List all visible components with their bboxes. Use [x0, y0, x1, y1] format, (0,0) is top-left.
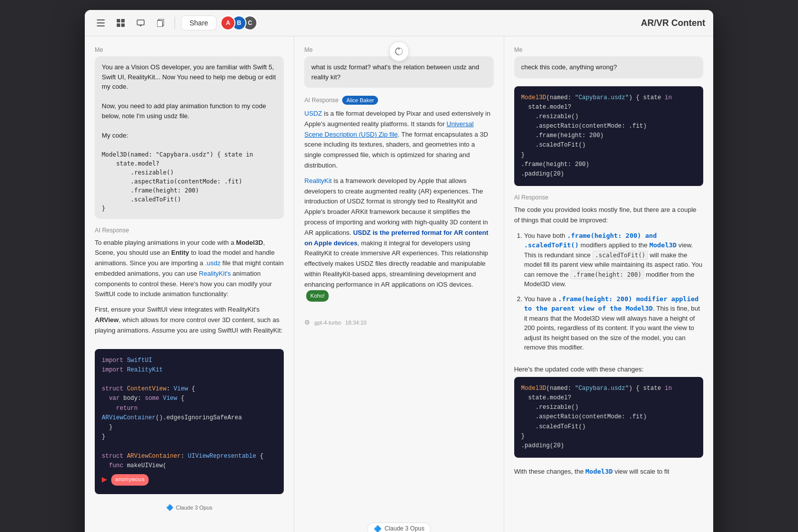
sidebar-toggle-button[interactable] — [93, 15, 109, 31]
svg-rect-3 — [117, 19, 120, 22]
svg-rect-6 — [121, 23, 125, 27]
page-title: AR/VR Content — [641, 18, 705, 28]
ai-response-label-2: AI Response Alice Baker — [304, 96, 493, 105]
updated-code-footer: With these changes, the Model3D view wil… — [514, 468, 703, 475]
columns-wrapper: Me You are a Vision OS developer, you ar… — [85, 36, 713, 532]
claude-badge-inline: 🔷 Claude 3 Opus — [166, 504, 212, 511]
ai-response-label-1: AI Response — [95, 227, 284, 234]
code-block-updated: Model3D(named: "Capybara.usdz") { state … — [514, 377, 703, 458]
improvement-1: You have both .frame(height: 200) and .s… — [524, 231, 703, 289]
svg-rect-5 — [117, 23, 120, 27]
toolbar-divider — [175, 17, 175, 29]
user-message-1: You are a Vision OS developer, you are f… — [95, 56, 284, 219]
usdz-preferred: USDZ is the preferred format for AR cont… — [304, 229, 488, 247]
model-name: gpt-4-turbo — [314, 320, 341, 326]
usd-link[interactable]: Universal Scene Description (USD) Zip fi… — [304, 120, 473, 138]
cursor-tooltip-alice: Alice Baker — [342, 96, 378, 105]
app-window: Share A B C AR/VR Content Me — [85, 10, 713, 532]
ai-response-3: The code you provided looks mostly fine,… — [514, 205, 703, 357]
grid-button[interactable] — [113, 15, 129, 31]
ai-response-1: To enable playing animations in your cod… — [95, 238, 284, 341]
svg-rect-9 — [157, 20, 163, 27]
model-badge-row: 🔷 Claude 3 Opus — [95, 504, 284, 511]
timestamp-row: ⚙ gpt-4-turbo 18:34:10 — [304, 319, 493, 326]
improvement-2: You have a .frame(height: 200) modifier … — [524, 294, 703, 353]
svg-rect-2 — [97, 25, 105, 26]
sender-label-3: Me — [514, 46, 703, 53]
cursor-tooltip-anonymous: anonymous — [111, 474, 149, 486]
toolbar: Share A B C AR/VR Content — [85, 10, 713, 36]
copy-button[interactable] — [153, 15, 169, 31]
sender-label-1: Me — [95, 46, 284, 53]
center-action-button[interactable] — [389, 41, 409, 61]
code-block-1: import SwiftUI import RealityKit struct … — [95, 349, 284, 494]
share-button[interactable]: Share — [181, 15, 216, 30]
cursor-arrow-1: ▶ — [102, 473, 107, 487]
chat-column-2: Me what is usdz format? what's the relat… — [294, 36, 504, 532]
svg-rect-4 — [121, 19, 125, 22]
claude-badge-label: Claude 3 Opus — [385, 525, 424, 532]
ai-response-2: USDZ is a file format developed by Pixar… — [304, 109, 493, 307]
main-content: Me You are a Vision OS developer, you ar… — [85, 36, 713, 532]
claude-badge-floating: 🔷 Claude 3 Opus — [367, 523, 431, 532]
svg-rect-1 — [97, 22, 105, 23]
svg-rect-7 — [137, 20, 144, 25]
code-block-check: Model3D(named: "Capybara.usdz") { state … — [514, 86, 703, 186]
svg-rect-0 — [97, 19, 105, 20]
present-button[interactable] — [133, 15, 149, 31]
improvements-list: You have both .frame(height: 200) and .s… — [514, 231, 703, 353]
avatar-group: A B C — [224, 15, 257, 30]
user-message-3: check this code, anything wrong? — [514, 56, 703, 78]
chat-column-1: Me You are a Vision OS developer, you ar… — [85, 36, 294, 532]
chat-column-3: Me check this code, anything wrong? Mode… — [504, 36, 713, 532]
updated-code-intro: Here's the updated code with these chang… — [514, 365, 703, 373]
ai-response-label-3: AI Response — [514, 194, 703, 201]
center-icon-area — [389, 36, 409, 61]
timestamp: 18:34:10 — [345, 320, 367, 326]
usdz-highlight: USDZ — [304, 110, 322, 117]
cursor-tooltip-koho: Koho! — [306, 290, 329, 302]
realitykit-highlight: RealityKit — [304, 177, 332, 184]
